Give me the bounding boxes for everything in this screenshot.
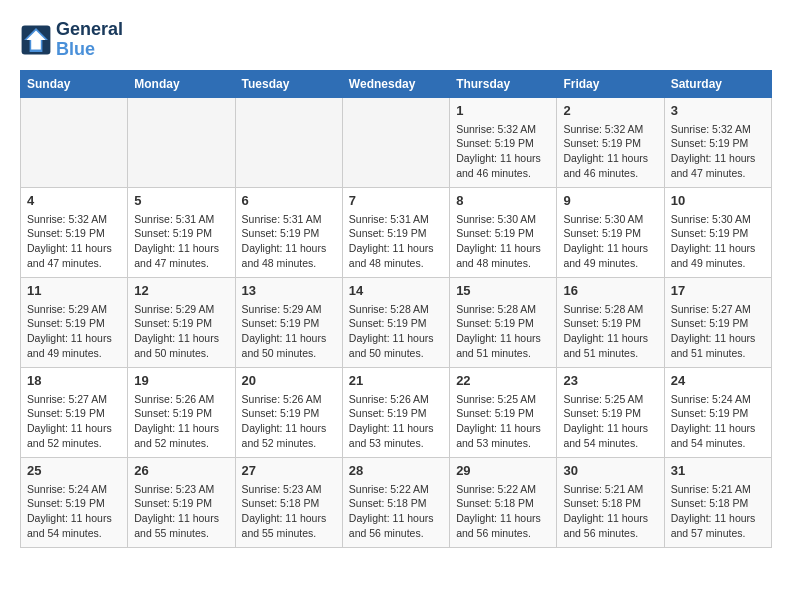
day-number: 18 (27, 372, 121, 390)
day-info: Sunrise: 5:32 AM (671, 122, 765, 137)
day-info: Sunrise: 5:22 AM (456, 482, 550, 497)
calendar-cell: 5Sunrise: 5:31 AMSunset: 5:19 PMDaylight… (128, 187, 235, 277)
day-header: Friday (557, 70, 664, 97)
calendar-week: 25Sunrise: 5:24 AMSunset: 5:19 PMDayligh… (21, 457, 772, 547)
day-info: Sunrise: 5:25 AM (563, 392, 657, 407)
day-info: Sunset: 5:19 PM (242, 226, 336, 241)
calendar-cell: 20Sunrise: 5:26 AMSunset: 5:19 PMDayligh… (235, 367, 342, 457)
day-number: 20 (242, 372, 336, 390)
day-info: Sunrise: 5:25 AM (456, 392, 550, 407)
day-info: Sunrise: 5:23 AM (242, 482, 336, 497)
day-number: 10 (671, 192, 765, 210)
day-info: and 49 minutes. (27, 346, 121, 361)
day-number: 5 (134, 192, 228, 210)
day-info: Daylight: 11 hours (242, 421, 336, 436)
day-number: 19 (134, 372, 228, 390)
calendar-cell (342, 97, 449, 187)
day-header: Monday (128, 70, 235, 97)
calendar-cell: 18Sunrise: 5:27 AMSunset: 5:19 PMDayligh… (21, 367, 128, 457)
day-number: 13 (242, 282, 336, 300)
day-info: and 47 minutes. (671, 166, 765, 181)
day-info: Sunset: 5:19 PM (27, 226, 121, 241)
day-number: 7 (349, 192, 443, 210)
day-info: Daylight: 11 hours (349, 511, 443, 526)
day-number: 30 (563, 462, 657, 480)
day-info: Daylight: 11 hours (134, 331, 228, 346)
day-info: and 49 minutes. (671, 256, 765, 271)
day-info: Sunset: 5:19 PM (671, 406, 765, 421)
day-info: Daylight: 11 hours (456, 421, 550, 436)
calendar-cell: 21Sunrise: 5:26 AMSunset: 5:19 PMDayligh… (342, 367, 449, 457)
day-info: Daylight: 11 hours (242, 331, 336, 346)
day-info: Sunset: 5:19 PM (456, 406, 550, 421)
day-info: Daylight: 11 hours (456, 511, 550, 526)
calendar-cell: 26Sunrise: 5:23 AMSunset: 5:19 PMDayligh… (128, 457, 235, 547)
calendar-cell: 19Sunrise: 5:26 AMSunset: 5:19 PMDayligh… (128, 367, 235, 457)
day-info: Sunrise: 5:26 AM (349, 392, 443, 407)
calendar-cell (21, 97, 128, 187)
calendar-cell: 8Sunrise: 5:30 AMSunset: 5:19 PMDaylight… (450, 187, 557, 277)
day-info: Sunset: 5:18 PM (671, 496, 765, 511)
day-info: Daylight: 11 hours (134, 511, 228, 526)
calendar-cell: 2Sunrise: 5:32 AMSunset: 5:19 PMDaylight… (557, 97, 664, 187)
day-number: 22 (456, 372, 550, 390)
day-info: and 54 minutes. (563, 436, 657, 451)
day-info: Sunset: 5:19 PM (349, 406, 443, 421)
day-info: Sunset: 5:19 PM (671, 136, 765, 151)
day-header: Thursday (450, 70, 557, 97)
day-info: Sunset: 5:19 PM (349, 316, 443, 331)
day-info: and 57 minutes. (671, 526, 765, 541)
day-info: Sunset: 5:19 PM (27, 406, 121, 421)
day-header: Tuesday (235, 70, 342, 97)
calendar-week: 1Sunrise: 5:32 AMSunset: 5:19 PMDaylight… (21, 97, 772, 187)
day-info: and 52 minutes. (242, 436, 336, 451)
day-info: and 54 minutes. (671, 436, 765, 451)
calendar-cell: 11Sunrise: 5:29 AMSunset: 5:19 PMDayligh… (21, 277, 128, 367)
day-info: Daylight: 11 hours (456, 241, 550, 256)
day-header: Sunday (21, 70, 128, 97)
day-info: Sunrise: 5:32 AM (27, 212, 121, 227)
day-number: 6 (242, 192, 336, 210)
day-info: and 56 minutes. (563, 526, 657, 541)
calendar-cell: 23Sunrise: 5:25 AMSunset: 5:19 PMDayligh… (557, 367, 664, 457)
day-info: Sunrise: 5:27 AM (671, 302, 765, 317)
day-info: and 49 minutes. (563, 256, 657, 271)
day-info: Sunset: 5:19 PM (242, 406, 336, 421)
day-info: Sunset: 5:19 PM (563, 136, 657, 151)
day-number: 27 (242, 462, 336, 480)
day-info: Daylight: 11 hours (456, 151, 550, 166)
day-number: 3 (671, 102, 765, 120)
day-info: Sunset: 5:19 PM (456, 316, 550, 331)
day-info: Daylight: 11 hours (563, 151, 657, 166)
day-info: Daylight: 11 hours (671, 511, 765, 526)
calendar-week: 11Sunrise: 5:29 AMSunset: 5:19 PMDayligh… (21, 277, 772, 367)
day-info: Sunrise: 5:30 AM (456, 212, 550, 227)
day-info: and 52 minutes. (134, 436, 228, 451)
calendar-cell: 12Sunrise: 5:29 AMSunset: 5:19 PMDayligh… (128, 277, 235, 367)
day-number: 9 (563, 192, 657, 210)
day-info: Sunset: 5:19 PM (456, 136, 550, 151)
day-number: 21 (349, 372, 443, 390)
day-number: 11 (27, 282, 121, 300)
calendar-cell: 1Sunrise: 5:32 AMSunset: 5:19 PMDaylight… (450, 97, 557, 187)
day-number: 1 (456, 102, 550, 120)
day-info: Daylight: 11 hours (563, 421, 657, 436)
day-number: 29 (456, 462, 550, 480)
day-info: and 50 minutes. (242, 346, 336, 361)
day-info: Sunset: 5:19 PM (671, 316, 765, 331)
day-info: and 55 minutes. (134, 526, 228, 541)
day-info: Sunset: 5:19 PM (242, 316, 336, 331)
day-info: and 50 minutes. (349, 346, 443, 361)
day-info: Sunrise: 5:32 AM (563, 122, 657, 137)
day-info: Sunset: 5:19 PM (27, 496, 121, 511)
day-info: Sunrise: 5:23 AM (134, 482, 228, 497)
day-info: Sunset: 5:19 PM (563, 316, 657, 331)
calendar-cell: 27Sunrise: 5:23 AMSunset: 5:18 PMDayligh… (235, 457, 342, 547)
day-number: 2 (563, 102, 657, 120)
day-info: Sunset: 5:19 PM (456, 226, 550, 241)
day-number: 12 (134, 282, 228, 300)
day-info: Daylight: 11 hours (563, 331, 657, 346)
day-info: Sunset: 5:19 PM (349, 226, 443, 241)
day-info: Daylight: 11 hours (349, 421, 443, 436)
calendar-cell: 14Sunrise: 5:28 AMSunset: 5:19 PMDayligh… (342, 277, 449, 367)
